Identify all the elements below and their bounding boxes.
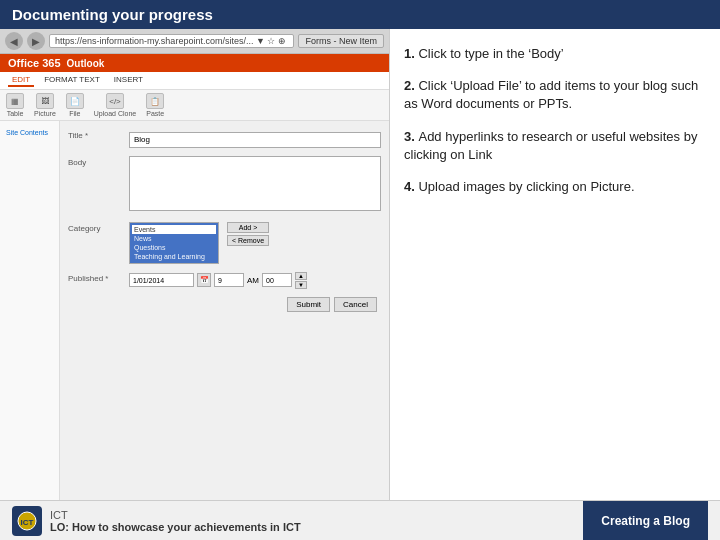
upload-label: Upload Clone [94, 110, 136, 117]
upload-icon[interactable]: </> [106, 93, 124, 109]
form-content: Title * Body [60, 121, 389, 529]
category-field: Events News Questions Teaching and Learn… [129, 222, 381, 264]
publish-buttons: Submit Cancel [68, 297, 381, 312]
submit-button[interactable]: Submit [287, 297, 330, 312]
left-panel: ◀ ▶ https://ens-information-my.sharepoin… [0, 29, 390, 529]
toolbar-paste: 📋 Paste [146, 93, 164, 117]
category-teaching[interactable]: Teaching and Learning [132, 252, 216, 261]
ict-label: ICT [50, 509, 301, 521]
title-row: Title * [68, 129, 381, 148]
office-bar: Office 365 Outlook [0, 54, 389, 72]
am-option[interactable]: ▲ [295, 272, 307, 280]
outlook-toolbar: ▦ Table 🖼 Picture 📄 File </> Upload Clon… [0, 90, 389, 121]
toolbar-tabs: EDIT FORMAT TEXT INSERT [0, 72, 389, 90]
creating-blog-text: Creating a Blog [601, 514, 690, 528]
picture-label: Picture [34, 110, 56, 117]
time-separator: AM [247, 276, 259, 285]
category-events[interactable]: Events [132, 225, 216, 234]
instruction-3: 3. Add hyperlinks to research or useful … [404, 128, 706, 164]
category-buttons: Add > < Remove [227, 222, 269, 246]
body-row: Body [68, 156, 381, 214]
body-label: Body [68, 156, 123, 167]
office-logo: Office 365 [8, 57, 61, 69]
category-label: Category [68, 222, 123, 233]
content-area: ◀ ▶ https://ens-information-my.sharepoin… [0, 29, 720, 529]
paste-label: Paste [146, 110, 164, 117]
time-hours-input[interactable] [214, 273, 244, 287]
lo-label: LO: How to showcase your achievements in… [50, 521, 301, 533]
back-button[interactable]: ◀ [5, 32, 23, 50]
tab-edit[interactable]: EDIT [8, 74, 34, 87]
body-input[interactable] [129, 156, 381, 211]
instruction-3-text: Add hyperlinks to research or useful web… [404, 129, 697, 162]
school-crest-icon: ICT [17, 511, 37, 531]
address-bar[interactable]: https://ens-information-my.sharepoint.co… [49, 34, 294, 48]
title-label: Title * [68, 129, 123, 140]
instruction-2: 2. Click ‘Upload File’ to add items to y… [404, 77, 706, 113]
tab-insert[interactable]: INSERT [110, 74, 147, 87]
category-list[interactable]: Events News Questions Teaching and Learn… [129, 222, 219, 264]
footer-text: ICT LO: How to showcase your achievement… [50, 509, 301, 533]
instruction-4-text: Upload images by clicking on Picture. [418, 179, 634, 194]
category-row: Category Events News Questions Teaching … [68, 222, 381, 264]
remove-category-button[interactable]: < Remove [227, 235, 269, 246]
footer-logo: ICT [12, 506, 42, 536]
browser-bar: ◀ ▶ https://ens-information-my.sharepoin… [0, 29, 389, 54]
cancel-button[interactable]: Cancel [334, 297, 377, 312]
instruction-1-number: 1. [404, 46, 418, 61]
pm-option[interactable]: ▼ [295, 281, 307, 289]
app-name: Outlook [67, 58, 105, 69]
paste-icon[interactable]: 📋 [146, 93, 164, 109]
instruction-4-number: 4. [404, 179, 418, 194]
instruction-2-number: 2. [404, 78, 418, 93]
instruction-4: 4. Upload images by clicking on Picture. [404, 178, 706, 196]
file-icon[interactable]: 📄 [66, 93, 84, 109]
instruction-2-text: Click ‘Upload File’ to add items to your… [404, 78, 698, 111]
table-label: Table [7, 110, 24, 117]
instruction-1-text: Click to type in the ‘Body’ [418, 46, 563, 61]
category-questions[interactable]: Questions [132, 243, 216, 252]
calendar-icon[interactable]: 📅 [197, 273, 211, 287]
footer: ICT ICT LO: How to showcase your achieve… [0, 500, 720, 540]
toolbar-upload: </> Upload Clone [94, 93, 136, 117]
toolbar-table: ▦ Table [6, 93, 24, 117]
title-field [129, 129, 381, 148]
body-field [129, 156, 381, 214]
page-header: Documenting your progress [0, 0, 720, 29]
file-label: File [69, 110, 80, 117]
toolbar-file: 📄 File [66, 93, 84, 117]
right-panel: 1. Click to type in the ‘Body’ 2. Click … [390, 29, 720, 529]
add-category-button[interactable]: Add > [227, 222, 269, 233]
instruction-1: 1. Click to type in the ‘Body’ [404, 45, 706, 63]
title-input[interactable] [129, 132, 381, 148]
published-field: 📅 AM ▲ ▼ [129, 272, 381, 289]
site-contents-link[interactable]: Site Contents [4, 127, 55, 138]
form-area: Site Contents Title * [0, 121, 389, 529]
published-row: Published * 📅 AM ▲ ▼ [68, 272, 381, 289]
time-minutes-input[interactable] [262, 273, 292, 287]
panels: ◀ ▶ https://ens-information-my.sharepoin… [0, 29, 720, 529]
toolbar-picture: 🖼 Picture [34, 93, 56, 117]
tab-format-text[interactable]: FORMAT TEXT [40, 74, 104, 87]
published-label: Published * [68, 272, 123, 283]
browser-button1[interactable]: Forms - New Item [298, 34, 384, 48]
am-pm-selector[interactable]: ▲ ▼ [295, 272, 307, 289]
page-title: Documenting your progress [12, 6, 213, 23]
date-input[interactable] [129, 273, 194, 287]
forward-button[interactable]: ▶ [27, 32, 45, 50]
picture-icon[interactable]: 🖼 [36, 93, 54, 109]
page-wrapper: Documenting your progress ◀ ▶ https://en… [0, 0, 720, 540]
creating-blog-badge: Creating a Blog [583, 501, 708, 540]
instruction-3-number: 3. [404, 129, 418, 144]
category-news[interactable]: News [132, 234, 216, 243]
table-icon[interactable]: ▦ [6, 93, 24, 109]
sidebar-nav: Site Contents [0, 121, 60, 529]
svg-text:ICT: ICT [21, 518, 34, 527]
